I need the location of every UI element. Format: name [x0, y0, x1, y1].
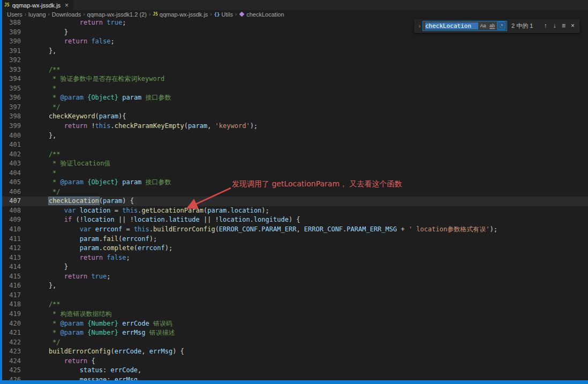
code-line[interactable]: 391 }, — [0, 47, 588, 56]
code-line[interactable]: 404 * — [0, 169, 588, 178]
line-number[interactable]: 390 — [0, 37, 29, 47]
find-in-selection-icon[interactable]: ≡ — [559, 21, 568, 31]
line-number[interactable]: 416 — [0, 281, 29, 291]
code-line[interactable]: 408 var location = this.getLocationParam… — [0, 206, 588, 216]
line-number[interactable]: 408 — [0, 206, 29, 216]
line-number[interactable]: 425 — [0, 366, 29, 375]
line-number[interactable]: 423 — [0, 347, 29, 357]
breadcrumb-item-downloads[interactable]: Downloads — [52, 11, 81, 18]
code-line[interactable]: 403 * 验证location值 — [0, 159, 588, 169]
code-line[interactable]: 417 — [0, 291, 588, 300]
line-number[interactable]: 405 — [0, 178, 29, 187]
code-text: param.fail(errconf); — [29, 235, 157, 244]
code-line[interactable]: 414 } — [0, 262, 588, 272]
whole-word-icon[interactable]: ab — [488, 21, 496, 30]
line-number[interactable]: 402 — [0, 150, 29, 160]
line-number[interactable]: 398 — [0, 112, 29, 122]
code-line[interactable]: 423 buildErrorConfig(errCode, errMsg) { — [0, 347, 588, 357]
code-text: * @param {Number} errMsg 错误描述 — [29, 328, 175, 338]
code-line[interactable]: 392 — [0, 56, 588, 65]
code-text: } — [29, 28, 68, 37]
code-line[interactable]: 418 /** — [0, 300, 588, 310]
code-line[interactable]: 395 * — [0, 84, 588, 94]
find-input[interactable]: checkLocation Aa ab .* — [423, 21, 507, 31]
line-number[interactable]: 407 — [0, 197, 29, 206]
line-number[interactable]: 413 — [0, 253, 29, 263]
line-number[interactable]: 420 — [0, 319, 29, 329]
code-line[interactable]: 415 return true; — [0, 272, 588, 282]
breadcrumb-item-qqmap-wx-jssdk1-2-2-[interactable]: qqmap-wx-jssdk1.2 (2) — [87, 11, 147, 18]
breadcrumb-item-checklocation[interactable]: checkLocation — [239, 11, 284, 18]
code-line[interactable]: 393 /** — [0, 65, 588, 75]
line-number[interactable]: 410 — [0, 225, 29, 235]
code-line[interactable]: 425 status: errCode, — [0, 366, 588, 375]
tab-qqmap-wx-jssdk[interactable]: JS qqmap-wx-jssdk.js × — [0, 0, 73, 10]
code-line[interactable]: 413 return false; — [0, 253, 588, 263]
code-line[interactable]: 399 return !this.checkParamKeyEmpty(para… — [0, 122, 588, 131]
code-line[interactable]: 411 param.fail(errconf); — [0, 235, 588, 244]
tab-close-icon[interactable]: × — [65, 2, 69, 9]
breadcrumb-item-utils[interactable]: {}Utils — [214, 11, 233, 18]
code-line[interactable]: 394 * 验证参数中是否存在检索词keyword — [0, 74, 588, 84]
code-line[interactable]: 421 * @param {Number} errMsg 错误描述 — [0, 328, 588, 338]
line-number[interactable]: 412 — [0, 244, 29, 253]
line-number[interactable]: 396 — [0, 93, 29, 103]
code-line[interactable]: 390 return false; — [0, 37, 588, 47]
close-find-icon[interactable]: × — [568, 21, 577, 31]
line-number[interactable]: 409 — [0, 215, 29, 225]
line-number[interactable]: 421 — [0, 328, 29, 338]
line-number[interactable]: 391 — [0, 47, 29, 56]
toggle-replace-icon[interactable]: › — [417, 22, 423, 29]
line-number[interactable]: 404 — [0, 169, 29, 178]
line-number[interactable]: 393 — [0, 65, 29, 75]
code-line[interactable]: 412 param.complete(errconf); — [0, 244, 588, 253]
line-number[interactable]: 406 — [0, 187, 29, 197]
line-number[interactable]: 392 — [0, 56, 29, 65]
line-number[interactable]: 411 — [0, 235, 29, 244]
line-number[interactable]: 394 — [0, 74, 29, 84]
line-number[interactable]: 415 — [0, 272, 29, 282]
regex-icon[interactable]: .* — [497, 21, 506, 30]
line-number[interactable]: 395 — [0, 84, 29, 94]
line-number[interactable]: 389 — [0, 28, 29, 37]
code-line[interactable]: 402 /** — [0, 150, 588, 160]
line-number[interactable]: 418 — [0, 300, 29, 310]
line-number[interactable]: 400 — [0, 131, 29, 141]
line-number[interactable]: 397 — [0, 103, 29, 112]
breadcrumb-item-users[interactable]: Users — [7, 11, 22, 18]
code-text — [29, 56, 33, 65]
code-line[interactable]: 398 checkKeyword(param){ — [0, 112, 588, 122]
chevron-right-icon: › — [48, 11, 50, 17]
code-line[interactable]: 400 }, — [0, 131, 588, 141]
code-text: buildErrorConfig(errCode, errMsg) { — [29, 347, 184, 357]
code-line[interactable]: 424 return { — [0, 357, 588, 366]
next-match-button[interactable]: ↓ — [550, 21, 559, 31]
code-line[interactable]: 416 }, — [0, 281, 588, 291]
code-line[interactable]: 401 — [0, 140, 588, 150]
code-line[interactable]: 407 checkLocation(param) { — [0, 197, 588, 206]
code-text — [29, 291, 33, 300]
line-number[interactable]: 399 — [0, 122, 29, 131]
code-line[interactable]: 410 var errconf = this.buildErrorConfig(… — [0, 225, 588, 235]
line-number[interactable]: 417 — [0, 291, 29, 300]
line-number[interactable]: 401 — [0, 140, 29, 150]
match-case-icon[interactable]: Aa — [479, 21, 487, 30]
line-number[interactable]: 414 — [0, 262, 29, 272]
code-line[interactable]: 422 */ — [0, 338, 588, 348]
code-line[interactable]: 396 * @param {Object} param 接口参数 — [0, 93, 588, 103]
code-line[interactable]: 420 * @param {Number} errCode 错误码 — [0, 319, 588, 329]
code-line[interactable]: 409 if (!location || !location.latitude … — [0, 215, 588, 225]
code-text: }, — [29, 281, 56, 291]
line-number[interactable]: 403 — [0, 159, 29, 169]
code-line[interactable]: 419 * 构造错误数据结构 — [0, 310, 588, 319]
code-text: * @param {Object} param 接口参数 — [29, 93, 171, 103]
line-number[interactable]: 424 — [0, 357, 29, 366]
previous-match-button[interactable]: ↑ — [541, 21, 550, 31]
line-number[interactable]: 388 — [0, 18, 29, 28]
breadcrumb-item-qqmap-wx-jssdk-js[interactable]: JSqqmap-wx-jssdk.js — [153, 11, 208, 18]
code-line[interactable]: 397 */ — [0, 103, 588, 112]
code-text: * @param {Number} errCode 错误码 — [29, 319, 172, 329]
line-number[interactable]: 422 — [0, 338, 29, 348]
line-number[interactable]: 419 — [0, 310, 29, 319]
breadcrumb-item-luyang[interactable]: luyang — [28, 11, 46, 18]
